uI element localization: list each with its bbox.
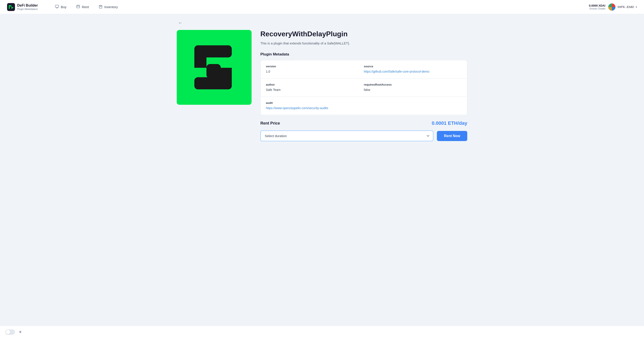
requires-root-value: false xyxy=(364,88,462,92)
metadata-row-1: version 1.0 source https://github.com/5a… xyxy=(260,60,467,78)
nav-item-buy[interactable]: Buy xyxy=(51,3,70,11)
rent-now-button[interactable]: Rent Now xyxy=(437,131,467,141)
nav-items: Buy Rent Inventor xyxy=(51,3,580,11)
logo-title: DeFi Builder xyxy=(17,3,38,8)
version-value: 1.0 xyxy=(266,69,364,74)
svg-rect-15 xyxy=(194,54,206,67)
wallet-avatar xyxy=(608,3,616,11)
metadata-section-label: Plugin Metadata xyxy=(260,52,467,56)
header: DeFi Builder Plugin Marketplace Buy xyxy=(0,0,644,14)
logo-area: DeFi Builder Plugin Marketplace xyxy=(7,3,38,11)
audit-label: audit xyxy=(266,101,364,104)
plugin-logo-svg xyxy=(186,39,243,96)
wallet-balance: 0.0000 XDAI xyxy=(589,4,605,7)
plugin-image xyxy=(177,30,252,105)
svg-rect-1 xyxy=(56,5,59,8)
nav-item-rent[interactable]: Rent xyxy=(72,3,93,11)
requires-root-label: requiresRootAccess xyxy=(364,83,462,86)
inventory-icon xyxy=(98,4,102,10)
chevron-down-icon: ▾ xyxy=(636,6,637,8)
rent-price-value: 0.0001 ETH/day xyxy=(432,120,467,126)
version-label: version xyxy=(266,65,364,68)
source-label: source xyxy=(364,65,462,68)
metadata-row-3: audit https://www.openzeppelin.com/secur… xyxy=(260,97,467,115)
audit-field: audit https://www.openzeppelin.com/secur… xyxy=(266,101,364,110)
plugin-layout: RecoveryWithDelayPlugin This is a plugin… xyxy=(177,30,467,141)
audit-value: https://www.openzeppelin.com/security-au… xyxy=(266,106,364,110)
svg-rect-16 xyxy=(218,68,232,80)
plugin-title: RecoveryWithDelayPlugin xyxy=(260,30,467,38)
plugin-details: RecoveryWithDelayPlugin This is a plugin… xyxy=(260,30,467,141)
wallet-address: 0XF9...EA82 xyxy=(618,5,634,8)
plugin-description: This is a plugin that extends functional… xyxy=(260,41,467,46)
audit-link[interactable]: https://www.openzeppelin.com/security-au… xyxy=(266,106,328,110)
action-row: Select duration 1 day 7 days 30 days 90 … xyxy=(260,130,467,141)
source-value: https://github.com/5afe/safe-core-protoc… xyxy=(364,69,462,74)
nav-item-inventory[interactable]: Inventory xyxy=(95,3,122,11)
nav-label-rent: Rent xyxy=(82,5,89,9)
svg-rect-4 xyxy=(76,5,80,8)
author-field: author Safe Team xyxy=(266,83,364,92)
rent-price-label: Rent Price xyxy=(260,121,280,126)
source-field: source https://github.com/5afe/safe-core… xyxy=(364,65,462,74)
logo-icon xyxy=(7,3,15,11)
version-field: version 1.0 xyxy=(266,65,364,74)
buy-icon xyxy=(55,4,59,10)
nav-label-inventory: Inventory xyxy=(104,5,118,9)
metadata-card: version 1.0 source https://github.com/5a… xyxy=(260,60,467,115)
header-right: 0.0000 XDAI Gnosis Chiado 0XF9...EA82 ▾ xyxy=(589,3,637,11)
metadata-row-2: author Safe Team requiresRootAccess fals… xyxy=(260,78,467,97)
logo-subtitle: Plugin Marketplace xyxy=(17,8,38,10)
nav-label-buy: Buy xyxy=(61,5,66,9)
author-label: author xyxy=(266,83,364,86)
sun-icon: ☀ xyxy=(18,330,22,334)
duration-select[interactable]: Select duration 1 day 7 days 30 days 90 … xyxy=(260,130,433,141)
back-button[interactable]: ← xyxy=(177,19,184,26)
wallet-info: 0.0000 XDAI Gnosis Chiado xyxy=(589,4,605,10)
requires-root-field: requiresRootAccess false xyxy=(364,83,462,92)
main-content: ← RecoveryWithD xyxy=(168,14,476,146)
wallet-dropdown[interactable]: 0XF9...EA82 ▾ xyxy=(608,3,637,11)
source-link[interactable]: https://github.com/5afe/safe-core-protoc… xyxy=(364,70,430,73)
theme-toggle[interactable] xyxy=(5,330,15,335)
rent-price-row: Rent Price 0.0001 ETH/day xyxy=(260,120,467,126)
rent-icon xyxy=(76,4,80,10)
wallet-network: Gnosis Chiado xyxy=(589,7,605,10)
svg-rect-0 xyxy=(7,3,15,11)
bottom-bar: ☀ xyxy=(0,326,644,338)
theme-toggle-thumb xyxy=(6,330,10,334)
author-value: Safe Team xyxy=(266,88,364,92)
